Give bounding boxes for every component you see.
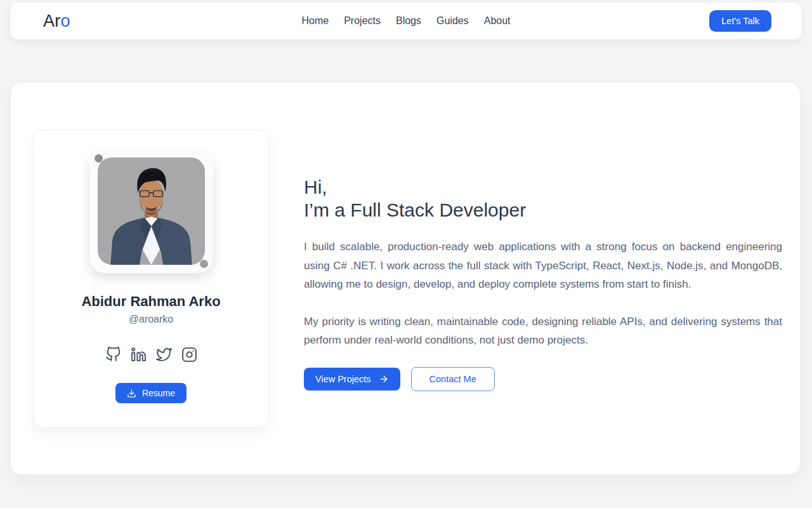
profile-photo-frame bbox=[89, 149, 213, 273]
view-projects-button[interactable]: View Projects bbox=[304, 368, 400, 391]
profile-handle: @aroarko bbox=[129, 314, 174, 325]
hero-paragraph-1: I build scalable, production-ready web a… bbox=[304, 237, 782, 294]
brand-logo-prefix: Ar bbox=[43, 11, 60, 30]
social-links bbox=[105, 347, 197, 363]
instagram-icon[interactable] bbox=[181, 347, 197, 363]
github-icon[interactable] bbox=[105, 347, 121, 363]
photo-pin-bottom-right bbox=[200, 260, 208, 268]
hero-headline: I’m a Full Stack Developer bbox=[304, 199, 526, 220]
brand-logo[interactable]: Aro bbox=[43, 11, 70, 31]
nav-item-projects[interactable]: Projects bbox=[344, 15, 381, 27]
twitter-icon[interactable] bbox=[156, 347, 172, 363]
nav-item-blogs[interactable]: Blogs bbox=[396, 15, 421, 27]
profile-photo bbox=[98, 157, 205, 265]
profile-name: Abidur Rahman Arko bbox=[81, 293, 220, 310]
contact-me-button[interactable]: Contact Me bbox=[411, 367, 495, 391]
view-projects-label: View Projects bbox=[315, 374, 371, 384]
photo-pin-top-left bbox=[95, 154, 103, 163]
download-icon bbox=[127, 389, 136, 398]
hero-text-column: Hi, I’m a Full Stack Developer I build s… bbox=[304, 130, 782, 391]
nav-item-home[interactable]: Home bbox=[301, 15, 329, 27]
navbar: Aro Home Projects Blogs Guides About Let… bbox=[10, 3, 802, 39]
arrow-right-icon bbox=[379, 374, 389, 384]
resume-button-label: Resume bbox=[142, 388, 175, 398]
brand-logo-accent: o bbox=[60, 11, 70, 30]
hero-paragraph-2: My priority is writing clean, maintainab… bbox=[304, 312, 782, 350]
hero-section: Abidur Rahman Arko @aroarko bbox=[10, 82, 801, 475]
linkedin-icon[interactable] bbox=[131, 347, 147, 363]
hero-cta-row: View Projects Contact Me bbox=[304, 367, 782, 391]
resume-button[interactable]: Resume bbox=[115, 383, 187, 403]
lets-talk-button[interactable]: Let's Talk bbox=[709, 10, 771, 32]
profile-card: Abidur Rahman Arko @aroarko bbox=[33, 130, 269, 428]
nav-item-guides[interactable]: Guides bbox=[436, 15, 469, 27]
hero-heading: Hi, I’m a Full Stack Developer bbox=[304, 176, 782, 222]
hero-greeting: Hi, bbox=[304, 177, 327, 197]
nav-item-about[interactable]: About bbox=[484, 15, 511, 27]
nav-links: Home Projects Blogs Guides About bbox=[301, 15, 510, 27]
